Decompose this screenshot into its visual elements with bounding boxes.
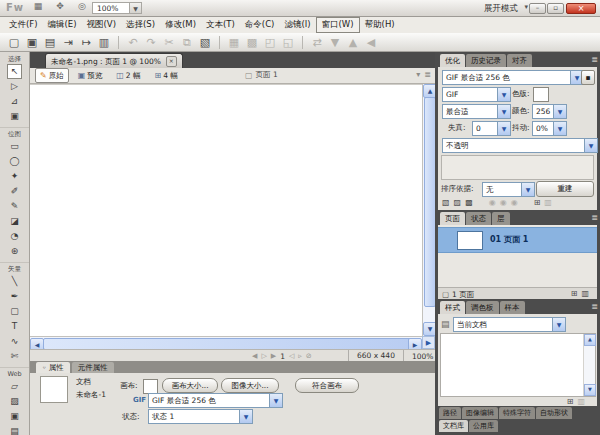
menu-edit[interactable]: 编辑(E) (43, 18, 82, 32)
image-size-button[interactable]: 图像大小... (221, 378, 279, 393)
styles-list[interactable]: ▲ ▼ (440, 333, 596, 397)
slice-tool[interactable]: ▨ (7, 394, 22, 409)
new-page-icon[interactable]: ⊞ (571, 289, 578, 298)
chevron-down-icon[interactable]: ▼ (553, 122, 566, 135)
copy-icon[interactable]: ⧉ (178, 35, 196, 50)
menu-text[interactable]: 文本(T) (201, 18, 240, 32)
color-table[interactable] (441, 155, 594, 180)
chevron-down-icon[interactable]: ▼ (497, 105, 510, 118)
import-icon[interactable]: ⇥ (59, 35, 77, 50)
document-tab[interactable]: 未命名-1.png : 页面 1 @ 100% × (45, 53, 183, 69)
vertical-scrollbar[interactable]: ▲ ▼ (422, 84, 435, 336)
close-tab-icon[interactable]: × (166, 56, 177, 67)
four-up-view-button[interactable]: ⊞ 4 幅 (149, 68, 182, 83)
original-view-button[interactable]: ✎ 原始 (35, 68, 69, 83)
swap-icon[interactable]: ⇄ (308, 35, 326, 50)
canvas[interactable] (30, 84, 422, 336)
chevron-down-icon[interactable]: ▼ (552, 318, 565, 331)
bring-front-icon[interactable]: ◰ (261, 35, 279, 50)
new-style-icon[interactable]: ⊞ (567, 397, 574, 406)
scale-tool[interactable]: ⊿ (7, 94, 22, 109)
tab-common-library[interactable]: 公用库 (469, 420, 498, 432)
menu-commands[interactable]: 命令(C) (240, 18, 280, 32)
horizontal-scrollbar[interactable]: ◀ ▶ (30, 336, 422, 349)
rotate-icon[interactable]: ▲ (344, 35, 362, 50)
menu-view[interactable]: 视图(V) (82, 18, 121, 32)
state-select[interactable]: 状态 1 ▼ (148, 409, 253, 424)
page-dropdown-icon[interactable]: ▾ (416, 70, 420, 79)
tab-path[interactable]: 路径 (439, 407, 461, 419)
expand-mode-label[interactable]: 展开模式 (484, 3, 518, 15)
hand-pan-icon[interactable]: ✥ (52, 0, 68, 13)
rectangle-tool[interactable]: ▢ (7, 304, 22, 319)
save-icon[interactable]: ▣ (23, 35, 41, 50)
no-loop-icon[interactable]: ⊘ (306, 352, 312, 360)
app-zoom-select[interactable]: 100% ▼ (92, 2, 142, 14)
send-back-icon[interactable]: ◱ (279, 35, 297, 50)
knife-tool[interactable]: ✄ (7, 349, 22, 364)
pointer-tool[interactable]: ↖ (7, 64, 22, 79)
tab-document-library[interactable]: 文档库 (439, 420, 468, 432)
eraser-tool[interactable]: ◪ (7, 214, 22, 229)
tab-optimize[interactable]: 优化 (440, 54, 465, 67)
menu-select[interactable]: 选择(S) (121, 18, 160, 32)
chevron-down-icon[interactable]: ▼ (521, 183, 534, 196)
lock-color-icon[interactable]: ◉ (489, 198, 496, 207)
chevron-down-icon[interactable]: ▼ (553, 105, 566, 118)
page-list-item-selected[interactable]: 01 页面 1 (438, 227, 597, 253)
select-transparent-color-icon[interactable]: ▩ (465, 198, 473, 207)
sort-by-select[interactable]: 无 ▼ (482, 182, 535, 197)
next-state-icon[interactable]: ▹ (298, 352, 302, 360)
show-slices-button[interactable]: ▤ (7, 424, 22, 435)
tab-layers[interactable]: 层 (492, 212, 510, 225)
new-file-icon[interactable]: ▢ (5, 35, 23, 50)
paste-icon[interactable]: ▧ (196, 35, 214, 50)
text-tool[interactable]: T (7, 319, 22, 334)
open-icon[interactable]: ▤ (41, 35, 59, 50)
page-options-icon[interactable]: ≣ (424, 70, 431, 79)
delete-style-icon[interactable]: ▥ (577, 397, 585, 406)
styles-list-scrollbar[interactable]: ▲ ▼ (583, 334, 595, 396)
rebuild-button[interactable]: 重建 (536, 181, 594, 197)
menu-file[interactable]: 文件(F) (4, 18, 43, 32)
snap-websafe-icon[interactable]: ◉ (511, 198, 518, 207)
rubber-stamp-tool[interactable]: ⊛ (7, 244, 22, 259)
scroll-up-icon[interactable]: ▲ (584, 334, 596, 346)
print-icon[interactable]: ▥ (95, 35, 113, 50)
close-button[interactable]: × (566, 3, 596, 14)
export-icon[interactable]: ↦ (77, 35, 95, 50)
save-settings-button[interactable]: ▪ (581, 70, 595, 85)
freeform-tool[interactable]: ∿ (7, 334, 22, 349)
group-icon[interactable]: ▦ (225, 35, 243, 50)
palette-select[interactable]: 最合适 ▼ (442, 104, 511, 119)
loss-select[interactable]: 0 ▼ (472, 121, 511, 136)
chevron-down-icon[interactable]: ▼ (584, 139, 597, 152)
menu-window[interactable]: 窗口(W) (316, 17, 360, 33)
expand-mode-arrow-icon[interactable]: ▾ (524, 3, 528, 11)
chevron-down-icon[interactable]: ▼ (269, 394, 282, 407)
menu-filters[interactable]: 滤镜(I) (279, 18, 315, 32)
redo-icon[interactable]: ↷ (142, 35, 160, 50)
first-state-icon[interactable]: ◀ (252, 352, 257, 360)
scroll-down-icon[interactable]: ▼ (584, 384, 596, 396)
play-icon[interactable]: ▷ (261, 352, 266, 360)
cut-icon[interactable]: ✂ (160, 35, 178, 50)
last-state-icon[interactable]: ▶ (271, 352, 276, 360)
screen-mode-icon[interactable]: ▦ (30, 0, 46, 13)
tab-swatches[interactable]: 样本 (500, 301, 525, 314)
subselection-tool[interactable]: ▷ (7, 79, 22, 94)
default-export-options-select[interactable]: GIF 最合适 256 色 ▼ (148, 393, 283, 408)
expand-scroll-corner-icon[interactable]: ▶ (422, 336, 435, 349)
add-transparency-icon[interactable]: ▧ (442, 198, 450, 207)
lasso-tool[interactable]: ◯ (7, 154, 22, 169)
matte-color-swatch[interactable] (533, 87, 549, 102)
menu-help[interactable]: 帮助(H) (360, 18, 400, 32)
minimize-button[interactable]: – (529, 3, 546, 14)
chevron-down-icon[interactable]: ▼ (497, 88, 510, 101)
tab-palette[interactable]: 调色板 (466, 301, 499, 314)
pen-tool[interactable]: ✒ (7, 289, 22, 304)
undo-icon[interactable]: ↶ (124, 35, 142, 50)
tab-auto-shapes[interactable]: 自动形状 (536, 407, 572, 419)
remove-transparency-icon[interactable]: ▨ (454, 198, 462, 207)
flip-icon[interactable]: ◀ (362, 35, 380, 50)
